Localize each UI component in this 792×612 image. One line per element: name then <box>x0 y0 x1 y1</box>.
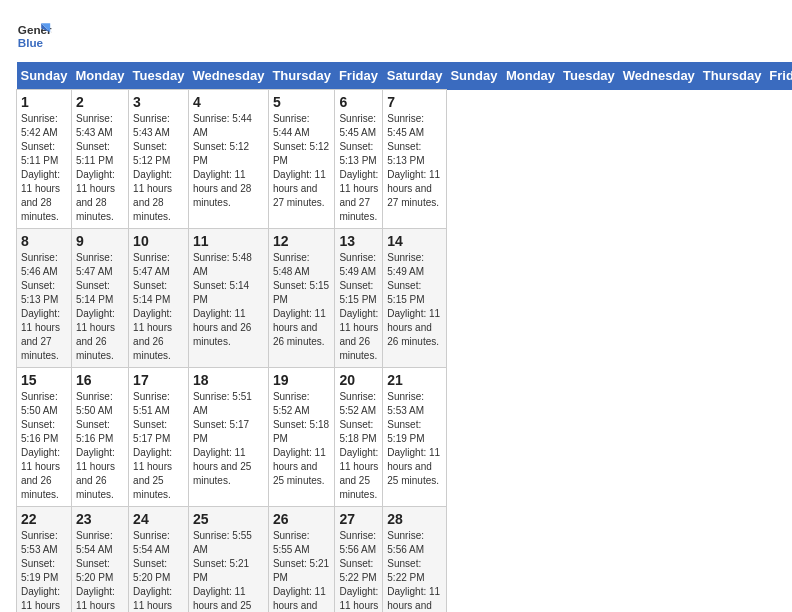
page-header: General Blue <box>16 16 776 52</box>
col-header-sunday: Sunday <box>446 62 501 90</box>
day-number: 20 <box>339 372 378 388</box>
day-cell-21: 21Sunrise: 5:53 AMSunset: 5:19 PMDayligh… <box>383 368 447 507</box>
day-info: Sunrise: 5:42 AMSunset: 5:11 PMDaylight:… <box>21 113 60 222</box>
day-info: Sunrise: 5:45 AMSunset: 5:13 PMDaylight:… <box>387 113 440 208</box>
logo: General Blue <box>16 16 52 52</box>
day-number: 28 <box>387 511 442 527</box>
day-cell-27: 27Sunrise: 5:56 AMSunset: 5:22 PMDayligh… <box>335 507 383 613</box>
day-cell-4: 4Sunrise: 5:44 AMSunset: 5:12 PMDaylight… <box>188 90 268 229</box>
day-cell-11: 11Sunrise: 5:48 AMSunset: 5:14 PMDayligh… <box>188 229 268 368</box>
day-cell-25: 25Sunrise: 5:55 AMSunset: 5:21 PMDayligh… <box>188 507 268 613</box>
day-info: Sunrise: 5:50 AMSunset: 5:16 PMDaylight:… <box>76 391 115 500</box>
day-number: 7 <box>387 94 442 110</box>
day-cell-20: 20Sunrise: 5:52 AMSunset: 5:18 PMDayligh… <box>335 368 383 507</box>
day-number: 22 <box>21 511 67 527</box>
day-number: 5 <box>273 94 331 110</box>
header-row: SundayMondayTuesdayWednesdayThursdayFrid… <box>17 62 793 90</box>
day-cell-10: 10Sunrise: 5:47 AMSunset: 5:14 PMDayligh… <box>129 229 189 368</box>
day-info: Sunrise: 5:44 AMSunset: 5:12 PMDaylight:… <box>273 113 329 208</box>
day-info: Sunrise: 5:56 AMSunset: 5:22 PMDaylight:… <box>339 530 378 612</box>
day-number: 21 <box>387 372 442 388</box>
day-number: 10 <box>133 233 184 249</box>
col-header-friday: Friday <box>335 62 383 90</box>
day-info: Sunrise: 5:51 AMSunset: 5:17 PMDaylight:… <box>133 391 172 500</box>
svg-text:Blue: Blue <box>18 36 44 49</box>
day-cell-24: 24Sunrise: 5:54 AMSunset: 5:20 PMDayligh… <box>129 507 189 613</box>
day-number: 9 <box>76 233 124 249</box>
day-number: 19 <box>273 372 331 388</box>
col-header-friday: Friday <box>765 62 792 90</box>
day-number: 23 <box>76 511 124 527</box>
day-cell-17: 17Sunrise: 5:51 AMSunset: 5:17 PMDayligh… <box>129 368 189 507</box>
day-cell-8: 8Sunrise: 5:46 AMSunset: 5:13 PMDaylight… <box>17 229 72 368</box>
day-cell-26: 26Sunrise: 5:55 AMSunset: 5:21 PMDayligh… <box>268 507 335 613</box>
day-cell-15: 15Sunrise: 5:50 AMSunset: 5:16 PMDayligh… <box>17 368 72 507</box>
day-number: 17 <box>133 372 184 388</box>
col-header-thursday: Thursday <box>699 62 766 90</box>
day-info: Sunrise: 5:44 AMSunset: 5:12 PMDaylight:… <box>193 113 252 208</box>
day-info: Sunrise: 5:53 AMSunset: 5:19 PMDaylight:… <box>21 530 60 612</box>
day-info: Sunrise: 5:52 AMSunset: 5:18 PMDaylight:… <box>273 391 329 486</box>
day-info: Sunrise: 5:49 AMSunset: 5:15 PMDaylight:… <box>387 252 440 347</box>
day-cell-19: 19Sunrise: 5:52 AMSunset: 5:18 PMDayligh… <box>268 368 335 507</box>
day-number: 15 <box>21 372 67 388</box>
day-number: 25 <box>193 511 264 527</box>
day-info: Sunrise: 5:43 AMSunset: 5:12 PMDaylight:… <box>133 113 172 222</box>
day-cell-12: 12Sunrise: 5:48 AMSunset: 5:15 PMDayligh… <box>268 229 335 368</box>
day-number: 16 <box>76 372 124 388</box>
col-header-sunday: Sunday <box>17 62 72 90</box>
day-number: 2 <box>76 94 124 110</box>
week-row-2: 8Sunrise: 5:46 AMSunset: 5:13 PMDaylight… <box>17 229 793 368</box>
day-number: 4 <box>193 94 264 110</box>
day-info: Sunrise: 5:52 AMSunset: 5:18 PMDaylight:… <box>339 391 378 500</box>
week-row-4: 22Sunrise: 5:53 AMSunset: 5:19 PMDayligh… <box>17 507 793 613</box>
col-header-monday: Monday <box>71 62 128 90</box>
day-info: Sunrise: 5:55 AMSunset: 5:21 PMDaylight:… <box>193 530 252 612</box>
day-info: Sunrise: 5:47 AMSunset: 5:14 PMDaylight:… <box>76 252 115 361</box>
day-info: Sunrise: 5:46 AMSunset: 5:13 PMDaylight:… <box>21 252 60 361</box>
week-row-1: 1Sunrise: 5:42 AMSunset: 5:11 PMDaylight… <box>17 90 793 229</box>
col-header-wednesday: Wednesday <box>619 62 699 90</box>
day-cell-16: 16Sunrise: 5:50 AMSunset: 5:16 PMDayligh… <box>71 368 128 507</box>
day-info: Sunrise: 5:54 AMSunset: 5:20 PMDaylight:… <box>133 530 172 612</box>
day-info: Sunrise: 5:55 AMSunset: 5:21 PMDaylight:… <box>273 530 329 612</box>
day-cell-3: 3Sunrise: 5:43 AMSunset: 5:12 PMDaylight… <box>129 90 189 229</box>
day-number: 14 <box>387 233 442 249</box>
day-info: Sunrise: 5:48 AMSunset: 5:15 PMDaylight:… <box>273 252 329 347</box>
day-cell-1: 1Sunrise: 5:42 AMSunset: 5:11 PMDaylight… <box>17 90 72 229</box>
day-cell-7: 7Sunrise: 5:45 AMSunset: 5:13 PMDaylight… <box>383 90 447 229</box>
day-info: Sunrise: 5:43 AMSunset: 5:11 PMDaylight:… <box>76 113 115 222</box>
day-number: 12 <box>273 233 331 249</box>
day-info: Sunrise: 5:48 AMSunset: 5:14 PMDaylight:… <box>193 252 252 347</box>
day-info: Sunrise: 5:53 AMSunset: 5:19 PMDaylight:… <box>387 391 440 486</box>
col-header-tuesday: Tuesday <box>559 62 619 90</box>
day-cell-6: 6Sunrise: 5:45 AMSunset: 5:13 PMDaylight… <box>335 90 383 229</box>
day-cell-2: 2Sunrise: 5:43 AMSunset: 5:11 PMDaylight… <box>71 90 128 229</box>
col-header-wednesday: Wednesday <box>188 62 268 90</box>
day-number: 27 <box>339 511 378 527</box>
day-cell-23: 23Sunrise: 5:54 AMSunset: 5:20 PMDayligh… <box>71 507 128 613</box>
day-number: 1 <box>21 94 67 110</box>
day-info: Sunrise: 5:54 AMSunset: 5:20 PMDaylight:… <box>76 530 115 612</box>
day-number: 3 <box>133 94 184 110</box>
week-row-3: 15Sunrise: 5:50 AMSunset: 5:16 PMDayligh… <box>17 368 793 507</box>
day-info: Sunrise: 5:51 AMSunset: 5:17 PMDaylight:… <box>193 391 252 486</box>
col-header-tuesday: Tuesday <box>129 62 189 90</box>
day-cell-18: 18Sunrise: 5:51 AMSunset: 5:17 PMDayligh… <box>188 368 268 507</box>
day-cell-5: 5Sunrise: 5:44 AMSunset: 5:12 PMDaylight… <box>268 90 335 229</box>
day-number: 18 <box>193 372 264 388</box>
day-info: Sunrise: 5:49 AMSunset: 5:15 PMDaylight:… <box>339 252 378 361</box>
day-number: 8 <box>21 233 67 249</box>
day-number: 6 <box>339 94 378 110</box>
day-info: Sunrise: 5:56 AMSunset: 5:22 PMDaylight:… <box>387 530 440 612</box>
day-cell-22: 22Sunrise: 5:53 AMSunset: 5:19 PMDayligh… <box>17 507 72 613</box>
col-header-thursday: Thursday <box>268 62 335 90</box>
day-info: Sunrise: 5:47 AMSunset: 5:14 PMDaylight:… <box>133 252 172 361</box>
day-number: 26 <box>273 511 331 527</box>
calendar-table: SundayMondayTuesdayWednesdayThursdayFrid… <box>16 62 792 612</box>
day-info: Sunrise: 5:45 AMSunset: 5:13 PMDaylight:… <box>339 113 378 222</box>
day-cell-9: 9Sunrise: 5:47 AMSunset: 5:14 PMDaylight… <box>71 229 128 368</box>
day-number: 11 <box>193 233 264 249</box>
col-header-monday: Monday <box>502 62 559 90</box>
day-number: 13 <box>339 233 378 249</box>
